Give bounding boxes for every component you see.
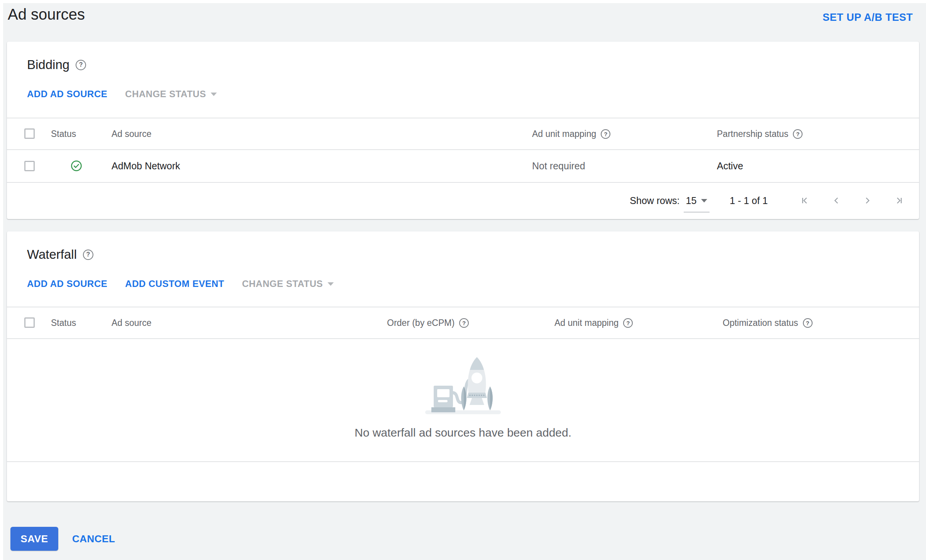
chevron-down-icon [328, 282, 334, 286]
waterfall-card: Waterfall ? ADD AD SOURCE ADD CUSTOM EVE… [7, 231, 919, 501]
bidding-card: Bidding ? ADD AD SOURCE CHANGE STATUS St… [7, 42, 919, 219]
chevron-down-icon [701, 199, 707, 202]
change-status-label: CHANGE STATUS [242, 278, 323, 289]
column-order-by-ecpm: Order (by eCPM) ? [387, 318, 469, 328]
chevron-right-icon [862, 195, 873, 206]
divider [7, 338, 919, 339]
change-status-button[interactable]: CHANGE STATUS [242, 278, 334, 289]
waterfall-actions: ADD AD SOURCE ADD CUSTOM EVENT CHANGE ST… [27, 278, 334, 289]
bidding-select-all-checkbox[interactable] [24, 128, 35, 139]
empty-state-message: No waterfall ad sources have been added. [7, 426, 919, 439]
chevron-down-icon [211, 93, 217, 96]
page-left-edge [0, 0, 3, 560]
divider [7, 149, 919, 150]
cancel-button[interactable]: CANCEL [72, 533, 115, 545]
column-ad-unit-mapping: Ad unit mapping ? [554, 318, 633, 328]
chevron-left-icon [831, 195, 842, 206]
row-partnership-status: Active [717, 160, 743, 172]
divider [7, 307, 919, 307]
set-up-ab-test-link[interactable]: SET UP A/B TEST [823, 12, 913, 24]
column-partnership-status-label: Partnership status [717, 129, 788, 139]
pagination-bar: Show rows: 15 1 - 1 of 1 [630, 182, 919, 219]
help-icon[interactable]: ? [459, 318, 469, 328]
row-ad-unit-mapping: Not required [532, 160, 585, 172]
add-ad-source-button[interactable]: ADD AD SOURCE [27, 278, 107, 289]
bidding-title-row: Bidding ? [27, 57, 86, 73]
waterfall-select-all-checkbox[interactable] [24, 317, 35, 328]
change-status-label: CHANGE STATUS [125, 89, 206, 100]
column-optimization-status: Optimization status ? [723, 318, 813, 328]
waterfall-title: Waterfall [27, 247, 77, 262]
waterfall-title-row: Waterfall ? [27, 247, 93, 262]
column-ad-unit-mapping-label: Ad unit mapping [532, 129, 596, 139]
pagination-nav [800, 195, 904, 206]
column-optimization-status-label: Optimization status [723, 318, 798, 328]
column-ad-unit-mapping-label: Ad unit mapping [554, 318, 618, 328]
row-ad-source[interactable]: AdMob Network [112, 160, 180, 172]
first-page-button[interactable] [800, 195, 811, 206]
show-rows-label: Show rows: [630, 195, 679, 206]
bidding-title: Bidding [27, 57, 69, 73]
help-icon[interactable]: ? [76, 60, 86, 70]
add-custom-event-button[interactable]: ADD CUSTOM EVENT [125, 278, 224, 289]
rows-per-page-select[interactable]: 15 [686, 195, 708, 206]
help-icon[interactable]: ? [803, 318, 813, 328]
save-button[interactable]: SAVE [10, 527, 58, 551]
row-checkbox[interactable] [24, 161, 35, 171]
help-icon[interactable]: ? [83, 250, 93, 260]
column-order-by-ecpm-label: Order (by eCPM) [387, 318, 455, 328]
check-circle-icon [71, 160, 82, 172]
help-icon[interactable]: ? [793, 129, 803, 139]
page-top-edge [0, 0, 926, 3]
rocket-fuel-illustration [423, 353, 503, 420]
column-ad-source: Ad source [112, 318, 152, 328]
divider [7, 461, 919, 462]
pagination-range: 1 - 1 of 1 [730, 195, 768, 206]
column-status: Status [51, 129, 76, 139]
next-page-button[interactable] [862, 195, 873, 206]
last-page-button[interactable] [893, 195, 904, 206]
change-status-button[interactable]: CHANGE STATUS [125, 89, 217, 100]
help-icon[interactable]: ? [623, 318, 633, 328]
column-ad-unit-mapping: Ad unit mapping ? [532, 129, 610, 139]
add-ad-source-button[interactable]: ADD AD SOURCE [27, 89, 107, 100]
help-icon[interactable]: ? [601, 129, 610, 139]
last-page-icon [893, 195, 904, 206]
column-partnership-status: Partnership status ? [717, 129, 803, 139]
bidding-actions: ADD AD SOURCE CHANGE STATUS [27, 89, 217, 100]
first-page-icon [800, 195, 811, 206]
previous-page-button[interactable] [831, 195, 842, 206]
column-ad-source: Ad source [112, 129, 152, 139]
rows-per-page-value: 15 [686, 195, 697, 206]
page-title: Ad sources [8, 5, 85, 24]
divider [7, 118, 919, 118]
column-status: Status [51, 318, 76, 328]
